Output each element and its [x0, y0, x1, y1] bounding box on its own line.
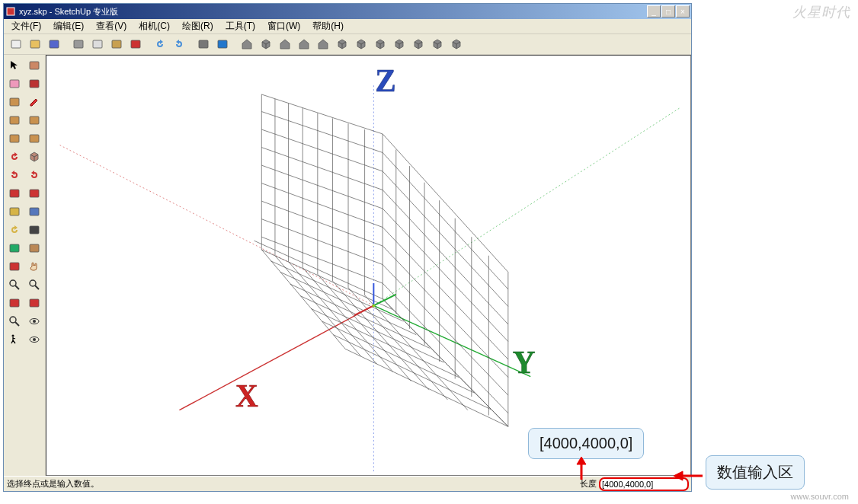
zoom-button[interactable] [5, 276, 24, 293]
save-button[interactable] [45, 35, 63, 53]
paint-button[interactable] [24, 56, 43, 74]
svg-line-124 [383, 152, 508, 289]
rect-icon [8, 96, 21, 108]
pencil-button[interactable] [24, 93, 43, 110]
house-a-button[interactable] [238, 35, 256, 53]
redo-icon [173, 38, 185, 50]
info-button[interactable] [213, 35, 232, 53]
svg-rect-65 [10, 244, 19, 252]
pan-r-button[interactable] [24, 184, 43, 202]
svg-marker-17 [319, 40, 328, 49]
dim-button[interactable] [24, 203, 43, 220]
new-button[interactable] [7, 35, 25, 53]
menu-item[interactable]: 窗口(W) [261, 18, 306, 34]
svg-rect-52 [10, 116, 19, 124]
menu-item[interactable]: 帮助(H) [306, 18, 350, 34]
dropper-button[interactable] [5, 312, 24, 330]
menu-item[interactable]: 文件(F) [5, 18, 47, 34]
material-button[interactable] [24, 75, 43, 92]
menu-item[interactable]: 工具(T) [219, 18, 261, 34]
maximize-button[interactable]: □ [661, 5, 675, 18]
svg-rect-49 [30, 80, 39, 88]
undo-button[interactable] [151, 35, 169, 53]
globe-button[interactable] [447, 35, 466, 53]
freehand-button[interactable] [24, 129, 43, 147]
open-button[interactable] [26, 35, 44, 53]
poly-button[interactable] [5, 129, 24, 147]
section-button[interactable] [24, 239, 43, 257]
pan-r-icon [28, 187, 40, 199]
delete-button[interactable] [126, 35, 145, 53]
house-b-button[interactable] [276, 35, 294, 53]
sphere-button[interactable] [371, 35, 389, 53]
svg-rect-6 [112, 40, 121, 48]
svg-line-71 [35, 285, 39, 289]
rotate3d-icon [8, 151, 21, 163]
svg-line-69 [15, 285, 19, 289]
redo-button[interactable] [170, 35, 188, 53]
svg-line-93 [333, 335, 491, 410]
watermark-bottom: www.souvr.com [791, 492, 849, 501]
house-c-button[interactable] [295, 35, 313, 53]
prev-button[interactable] [24, 294, 43, 311]
axes-button[interactable] [5, 239, 24, 257]
torus-icon [412, 38, 424, 50]
menu-item[interactable]: 绘图(R) [176, 18, 219, 34]
menu-item[interactable]: 相机(C) [133, 18, 176, 34]
arc-button[interactable] [24, 111, 43, 129]
minimize-button[interactable]: _ [647, 5, 661, 18]
hand-button[interactable] [24, 257, 43, 275]
copy-button[interactable] [88, 35, 107, 53]
text-button[interactable] [24, 221, 43, 238]
layers-button[interactable] [428, 35, 447, 53]
zoom-ext-button[interactable] [24, 276, 43, 293]
svg-rect-55 [30, 135, 39, 142]
annotation-callout-value: [4000,4000,0] [528, 428, 644, 459]
section-icon [28, 242, 40, 254]
svg-line-126 [383, 190, 508, 324]
look-button[interactable] [24, 312, 43, 330]
svg-line-131 [383, 283, 508, 413]
svg-rect-3 [50, 40, 59, 48]
rect-button[interactable] [5, 93, 24, 110]
iso-button[interactable] [24, 148, 43, 165]
torus-button[interactable] [409, 35, 427, 53]
cone-button[interactable] [390, 35, 408, 53]
menu-item[interactable]: 编辑(E) [47, 18, 90, 34]
box-b-button[interactable] [333, 35, 351, 53]
zoom-win-button[interactable] [5, 294, 24, 311]
svg-rect-66 [30, 244, 39, 252]
tape-button[interactable] [5, 203, 24, 220]
cut-button[interactable] [69, 35, 88, 53]
text-icon [28, 224, 40, 236]
select-button[interactable] [5, 56, 24, 74]
house-d-button[interactable] [314, 35, 332, 53]
close-button[interactable]: × [676, 5, 690, 18]
paste-button[interactable] [107, 35, 126, 53]
eraser-button[interactable] [5, 75, 24, 92]
watermark-top: 火星时代 [792, 3, 850, 21]
menu-item[interactable]: 查看(V) [90, 18, 133, 34]
viewport-3d[interactable]: Z X Y [46, 55, 691, 476]
circle-button[interactable] [5, 111, 24, 129]
protractor-button[interactable] [5, 221, 24, 238]
rot-ccw-button[interactable] [5, 166, 24, 183]
svg-line-95 [254, 241, 383, 298]
walk-button[interactable] [5, 330, 24, 348]
rot-cw-icon [28, 169, 40, 181]
rotate3d-button[interactable] [5, 148, 24, 165]
rot-cw-button[interactable] [24, 166, 43, 183]
svg-marker-10 [242, 40, 251, 49]
pan-l-icon [8, 187, 21, 199]
svg-line-128 [383, 227, 508, 359]
orbit-button[interactable] [5, 257, 24, 275]
cyl-button[interactable] [352, 35, 370, 53]
pan-l-button[interactable] [5, 184, 24, 202]
svg-line-127 [383, 209, 508, 342]
status-hint: 选择终点或是输入数值。 [7, 478, 580, 490]
box-a-button[interactable] [257, 35, 275, 53]
eye-button[interactable] [24, 330, 43, 348]
svg-rect-0 [7, 8, 14, 15]
print-button[interactable] [194, 35, 213, 53]
new-icon [10, 38, 22, 50]
